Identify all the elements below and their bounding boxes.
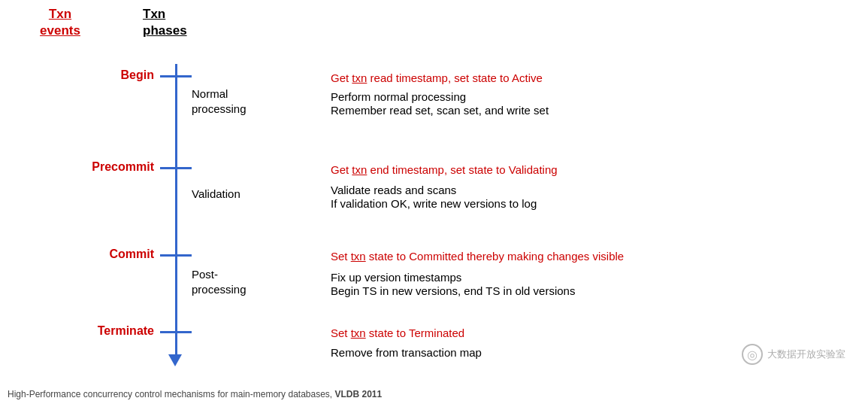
desc-post-2: Begin TS in new versions, end TS in old … [331, 283, 853, 299]
tick-commit [160, 254, 192, 257]
txn-phases-header: Txn phases [143, 6, 187, 39]
timeline-arrow [168, 354, 182, 366]
footer-citation: VLDB 2011 [332, 389, 382, 399]
desc-commit: Set txn state to Committed thereby makin… [331, 248, 853, 264]
desc-terminate: Set txn state to Terminated [331, 325, 853, 341]
main-container: Txn events Txn phases Begin Precommit Co… [0, 0, 868, 404]
watermark: ◎ 大数据开放实验室 [742, 344, 845, 365]
tick-terminate [160, 331, 192, 333]
watermark-text: 大数据开放实验室 [767, 348, 845, 361]
footer-text: High-Performance concurrency control mec… [8, 389, 332, 399]
watermark-icon: ◎ [742, 344, 763, 365]
txn-events-header: Txn events [23, 6, 98, 39]
event-begin: Begin [23, 68, 154, 82]
tick-begin [160, 75, 192, 77]
desc-validation-2: If validation OK, write new versions to … [331, 196, 853, 211]
footer: High-Performance concurrency control mec… [8, 389, 382, 399]
phase-normal: Normalprocessing [192, 87, 274, 117]
desc-begin: Get txn read timestamp, set state to Act… [331, 70, 853, 86]
event-commit: Commit [23, 248, 154, 261]
header-row: Txn events Txn phases [23, 6, 187, 39]
tick-precommit [160, 167, 192, 169]
event-terminate: Terminate [23, 324, 154, 338]
timeline-line [175, 64, 177, 359]
desc-normal-2: Remember read set, scan set, and write s… [331, 102, 853, 118]
phase-post: Post-processing [192, 267, 274, 298]
event-precommit: Precommit [23, 160, 154, 174]
desc-precommit: Get txn end timestamp, set state to Vali… [331, 162, 853, 178]
phase-validation: Validation [192, 187, 274, 202]
